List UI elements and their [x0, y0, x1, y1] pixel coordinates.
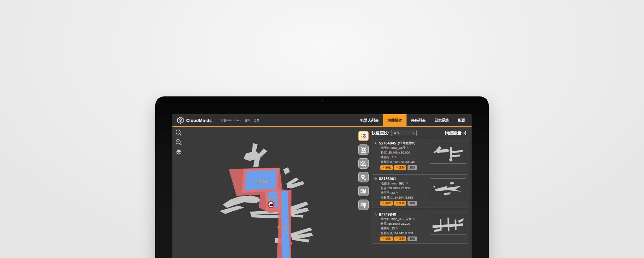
webcam-dot — [321, 99, 323, 101]
map-size: 25.400 x 50.000 — [388, 151, 410, 154]
favorite-star-icon[interactable]: ☆ — [374, 177, 377, 181]
pencil-icon: ✎ — [382, 202, 385, 205]
map-frame-select-button[interactable] — [358, 144, 369, 155]
edit-pencil-icon[interactable]: ✎ — [406, 182, 409, 185]
delete-map-button[interactable]: 删除 — [408, 236, 417, 241]
map-origin: 14.204, 5.952 — [394, 196, 413, 199]
pencil-icon: ✎ — [396, 202, 398, 205]
session-info: 欢迎BJDT2_Test 退出 全屏 — [220, 114, 259, 126]
quick-find-select[interactable]: 全部 ∨ — [391, 130, 417, 136]
nav-robot-list[interactable]: 机器人列表 — [356, 114, 383, 126]
delete-map-button[interactable]: 删除 — [408, 165, 417, 170]
layers-icon[interactable] — [175, 148, 182, 156]
map-name: map_33楼 — [391, 146, 406, 149]
task-point-list-button[interactable] — [358, 131, 369, 141]
logout-link[interactable]: 退出 — [245, 119, 250, 122]
task-point-list-icon — [360, 132, 367, 140]
copy-map-button[interactable]: ✎复制 — [394, 165, 407, 170]
app-main: 40.519m² 8.614m² 80.215m² — [172, 127, 472, 258]
brand: CloudMinds — [177, 114, 212, 126]
pencil-icon: ✎ — [382, 237, 385, 241]
area-label-1: 40.519m² — [255, 180, 268, 183]
add-virtual-wall-button[interactable] — [358, 158, 369, 169]
edit-pencil-icon[interactable]: ✎ — [396, 191, 398, 195]
map-marker-delete-button[interactable] — [358, 186, 369, 196]
map-upload-button[interactable] — [358, 200, 369, 210]
edit-pencil-icon[interactable]: ✎ — [396, 227, 398, 230]
map-thumbnail[interactable] — [430, 178, 466, 199]
delete-map-button[interactable]: 删除 — [408, 201, 417, 206]
pencil-icon: ✎ — [396, 237, 398, 241]
edit-pencil-icon[interactable]: ✎ — [394, 156, 397, 159]
quick-find-selected-value: 全部 — [393, 131, 399, 135]
area-label-2: 8.614m² — [266, 197, 277, 200]
app-header: CloudMinds 欢迎BJDT2_Test 退出 全屏 机器人列表 地图操作… — [172, 114, 472, 127]
map-id: 87749840 — [379, 212, 396, 216]
pencil-icon: ✎ — [382, 166, 385, 169]
edit-map-button[interactable]: ✎修改 — [380, 201, 393, 206]
edit-map-button[interactable]: ✎修改 — [380, 236, 393, 241]
welcome-text: 欢迎BJDT2_Test — [220, 119, 240, 122]
edit-pencil-icon[interactable]: ✎ — [413, 217, 415, 221]
add-poi-marker-button[interactable] — [358, 172, 369, 182]
favorite-star-icon[interactable]: ★ — [374, 141, 377, 145]
map-list-panel: 快速查找: 全部 ∨ 【地图数量:3】 ★ 51764845 (12号使用中) … — [371, 127, 472, 258]
nav-log-system[interactable]: 日志系统 — [430, 114, 453, 126]
map-id: 82186961 — [379, 177, 396, 181]
map-origin: 12.874, 33.946 — [394, 160, 415, 164]
copy-map-button[interactable]: ✎复制 — [394, 201, 407, 206]
map-toolbar — [356, 127, 371, 258]
map-floor: 33 — [391, 227, 395, 230]
favorite-star-icon[interactable]: ☆ — [374, 213, 377, 216]
map-floor: 33 — [391, 191, 395, 195]
nav-config[interactable]: 配置 — [453, 114, 470, 126]
zoom-in-icon[interactable] — [175, 129, 182, 136]
map-count-label: 【地图数量:3】 — [443, 131, 468, 136]
map-name: map_展厅 — [391, 182, 405, 185]
map-in-use-tag: (12号使用中) — [398, 141, 415, 145]
slam-map[interactable]: 40.519m² 8.614m² 80.215m² — [172, 127, 356, 258]
cloudminds-logo-icon — [177, 117, 184, 124]
map-card[interactable]: ☆ 87749840 地图名: map_33层走廊✎ 长宽: 56.600 x … — [372, 210, 468, 244]
copy-map-button[interactable]: ✎复制 — [394, 236, 407, 241]
map-canvas[interactable]: 40.519m² 8.614m² 80.215m² — [172, 127, 356, 258]
map-frame-select-icon — [360, 146, 367, 154]
map-size: 23.200 x 22.900 — [388, 186, 410, 190]
map-floor: 1 — [391, 156, 393, 159]
main-nav: 机器人列表 地图操作 任务列表 日志系统 配置 — [356, 114, 470, 126]
app-screen: CloudMinds 欢迎BJDT2_Test 退出 全屏 机器人列表 地图操作… — [172, 114, 472, 258]
map-thumbnail[interactable] — [430, 214, 466, 235]
no-entry-marker-icon[interactable] — [268, 202, 274, 208]
map-size: 56.600 x 25.100 — [388, 222, 410, 225]
pencil-icon: ✎ — [396, 166, 398, 169]
map-card[interactable]: ★ 51764845 (12号使用中) 地图名: map_33楼✎ 长宽: 25… — [372, 139, 468, 172]
edit-pencil-icon[interactable]: ✎ — [407, 146, 409, 149]
add-poi-marker-icon — [360, 174, 367, 181]
map-controls — [175, 129, 182, 156]
zoom-out-icon[interactable] — [175, 139, 182, 146]
fullscreen-link[interactable]: 全屏 — [254, 119, 259, 122]
panel-toolbar: 快速查找: 全部 ∨ 【地图数量:3】 — [372, 129, 468, 137]
nav-map-operations[interactable]: 地图操作 — [383, 114, 407, 126]
map-thumbnail[interactable] — [430, 143, 466, 164]
nav-task-list[interactable]: 任务列表 — [407, 114, 430, 126]
area-label-3: 80.215m² — [277, 226, 290, 229]
chevron-down-icon: ∨ — [412, 132, 414, 135]
map-origin: 34.247, 8.533 — [394, 231, 413, 235]
map-name: map_33层走廊 — [391, 217, 412, 221]
laptop-frame: CloudMinds 欢迎BJDT2_Test 退出 全屏 机器人列表 地图操作… — [155, 96, 489, 258]
brand-name: CloudMinds — [186, 118, 212, 123]
map-upload-icon — [360, 201, 367, 209]
edit-map-button[interactable]: ✎修改 — [380, 165, 393, 170]
map-card[interactable]: ☆ 82186961 地图名: map_展厅✎ 长宽: 23.200 x 22.… — [372, 174, 468, 208]
add-virtual-wall-icon — [360, 160, 367, 167]
map-marker-delete-icon — [360, 187, 367, 195]
quick-find-label: 快速查找: — [372, 130, 389, 136]
map-id: 51764845 — [379, 141, 396, 145]
